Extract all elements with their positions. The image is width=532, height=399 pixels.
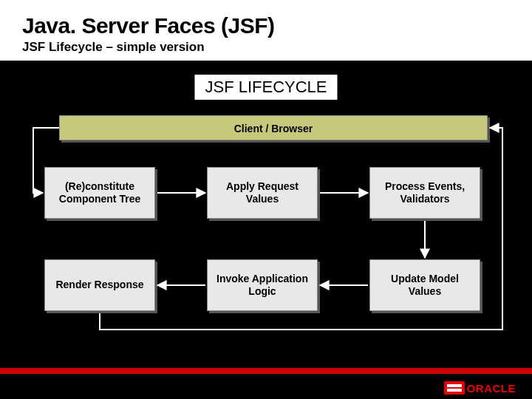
client-browser-box: Client / Browser	[59, 115, 488, 140]
diagram-title: JSF LIFECYCLE	[194, 75, 337, 100]
phase-apply: Apply Request Values	[207, 167, 318, 219]
slide-subtitle: JSF Lifecycle – simple version	[22, 40, 510, 55]
oracle-logo: ORACLE	[444, 381, 516, 395]
slide-footer: ORACLE	[0, 361, 532, 399]
phase-update: Update Model Values	[369, 259, 480, 311]
diagram-area: JSF LIFECYCLE Client / Browser (Re)const…	[0, 64, 532, 344]
oracle-logo-text: ORACLE	[467, 382, 516, 395]
phase-reconstitute: (Re)constitute Component Tree	[44, 167, 155, 219]
slide-header: Java. Server Faces (JSF) JSF Lifecycle –…	[0, 0, 532, 64]
phase-invoke: Invoke Application Logic	[207, 259, 318, 311]
oracle-logo-icon	[444, 381, 465, 395]
phase-process: Process Events, Validators	[369, 167, 480, 219]
phase-render: Render Response	[44, 259, 155, 311]
slide-title: Java. Server Faces (JSF)	[22, 13, 510, 38]
footer-stripe	[0, 368, 532, 374]
